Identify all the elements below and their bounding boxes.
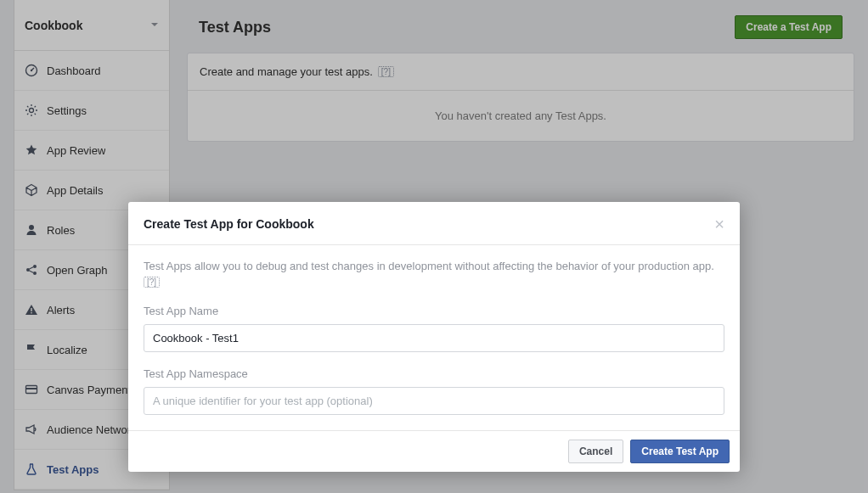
test-app-name-input[interactable] xyxy=(144,324,724,352)
modal-description-text: Test Apps allow you to debug and test ch… xyxy=(144,260,714,272)
create-test-app-submit-button[interactable]: Create Test App xyxy=(630,440,730,463)
namespace-field-label: Test App Namespace xyxy=(144,367,724,380)
create-test-app-modal: Create Test App for Cookbook × Test Apps… xyxy=(128,202,740,472)
help-icon[interactable]: [?] xyxy=(144,277,160,288)
modal-footer: Cancel Create Test App xyxy=(128,430,740,472)
modal-title: Create Test App for Cookbook xyxy=(144,217,314,231)
modal-header: Create Test App for Cookbook × xyxy=(128,202,740,245)
name-field-label: Test App Name xyxy=(144,305,724,317)
test-app-namespace-input[interactable] xyxy=(144,387,724,415)
cancel-button[interactable]: Cancel xyxy=(568,440,623,463)
close-icon[interactable]: × xyxy=(714,216,724,232)
modal-overlay: Create Test App for Cookbook × Test Apps… xyxy=(0,0,868,493)
modal-body: Test Apps allow you to debug and test ch… xyxy=(128,245,740,430)
modal-description: Test Apps allow you to debug and test ch… xyxy=(144,259,724,289)
